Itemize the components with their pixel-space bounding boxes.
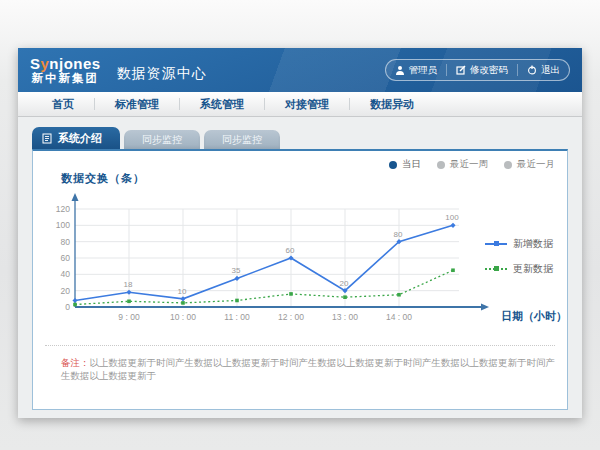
footnote: 备注：以上数据更新于时间产生数据以上数据更新于时间产生数据以上数据更新于时间产生… bbox=[61, 356, 561, 383]
chart-panel: 当日 最近一周 最近一月 数据交换（条） 0204060801001209 : … bbox=[32, 149, 568, 410]
svg-text:11 : 00: 11 : 00 bbox=[224, 312, 250, 322]
svg-text:60: 60 bbox=[286, 246, 295, 255]
user-menu-label: 退出 bbox=[541, 64, 560, 77]
svg-text:100: 100 bbox=[445, 213, 459, 222]
svg-text:20: 20 bbox=[61, 286, 71, 296]
nav-item-home[interactable]: 首页 bbox=[32, 97, 94, 112]
logo-brand-text: Synjones bbox=[30, 56, 101, 72]
user-icon bbox=[395, 65, 405, 75]
page-title: 数据资源中心 bbox=[117, 65, 207, 83]
user-menu-label: 修改密码 bbox=[470, 64, 508, 77]
nav-item-integration[interactable]: 对接管理 bbox=[265, 97, 349, 112]
svg-text:40: 40 bbox=[61, 269, 71, 279]
chart-legend: 新增数据 更新数据 bbox=[485, 237, 553, 276]
legend-item-updated-data[interactable]: 更新数据 bbox=[485, 262, 553, 276]
tab-label: 同步监控 bbox=[142, 133, 182, 147]
footnote-prefix: 备注： bbox=[61, 357, 90, 368]
desktop-background: Synjones 新中新集团 数据资源中心 管理员 修改密码 bbox=[0, 0, 600, 450]
svg-text:14 : 00: 14 : 00 bbox=[386, 312, 412, 322]
legend-line-dotted-icon bbox=[485, 265, 507, 273]
filter-label: 最近一周 bbox=[450, 158, 488, 171]
dotted-divider bbox=[45, 345, 555, 346]
svg-text:120: 120 bbox=[56, 204, 70, 214]
legend-label: 更新数据 bbox=[513, 262, 553, 276]
svg-text:80: 80 bbox=[61, 237, 71, 247]
current-user-button[interactable]: 管理员 bbox=[386, 64, 447, 76]
filter-label: 当日 bbox=[402, 158, 421, 171]
svg-text:0: 0 bbox=[65, 302, 70, 312]
tab-system-intro[interactable]: 系统介绍 bbox=[32, 127, 120, 149]
filter-last-month[interactable]: 最近一月 bbox=[504, 158, 555, 171]
x-axis-title: 日期（小时） bbox=[501, 309, 567, 324]
y-axis-title: 数据交换（条） bbox=[61, 171, 145, 186]
nav-item-data-change[interactable]: 数据异动 bbox=[350, 97, 434, 112]
tab-label: 系统介绍 bbox=[58, 131, 102, 146]
logout-icon bbox=[527, 65, 537, 75]
user-menu: 管理员 修改密码 退出 bbox=[385, 59, 571, 81]
legend-item-new-data[interactable]: 新增数据 bbox=[485, 237, 553, 251]
svg-text:35: 35 bbox=[232, 266, 241, 275]
edit-icon bbox=[456, 65, 466, 75]
svg-text:100: 100 bbox=[56, 220, 70, 230]
svg-text:12 : 00: 12 : 00 bbox=[278, 312, 304, 322]
change-password-button[interactable]: 修改密码 bbox=[446, 64, 517, 76]
logo-company-name: 新中新集团 bbox=[30, 72, 101, 84]
footnote-text: 以上数据更新于时间产生数据以上数据更新于时间产生数据以上数据更新于时间产生数据以… bbox=[61, 357, 555, 381]
tab-label: 同步监控 bbox=[222, 133, 262, 147]
svg-text:80: 80 bbox=[394, 230, 403, 239]
user-menu-label: 管理员 bbox=[409, 64, 438, 77]
chart-grid: 0204060801001209 : 0010 : 0011 : 0012 : … bbox=[56, 204, 459, 322]
svg-text:20: 20 bbox=[340, 279, 349, 288]
logout-button[interactable]: 退出 bbox=[517, 64, 569, 76]
svg-text:10 : 00: 10 : 00 bbox=[170, 312, 196, 322]
svg-text:10: 10 bbox=[178, 287, 187, 296]
nav-item-system[interactable]: 系统管理 bbox=[180, 97, 264, 112]
tab-bar: 系统介绍 同步监控 同步监控 bbox=[32, 127, 568, 149]
filter-last-week[interactable]: 最近一周 bbox=[437, 158, 488, 171]
radio-selected-icon bbox=[389, 161, 397, 169]
content-area: 系统介绍 同步监控 同步监控 当日 最近一周 bbox=[18, 117, 582, 410]
svg-text:9 : 00: 9 : 00 bbox=[118, 312, 140, 322]
tab-sync-monitor-1[interactable]: 同步监控 bbox=[124, 130, 200, 149]
svg-text:18: 18 bbox=[124, 280, 133, 289]
company-logo[interactable]: Synjones 新中新集团 bbox=[30, 56, 101, 84]
filter-label: 最近一月 bbox=[517, 158, 555, 171]
time-range-filter: 当日 最近一周 最近一月 bbox=[389, 158, 555, 171]
main-navigation: 首页 标准管理 系统管理 对接管理 数据异动 bbox=[18, 92, 582, 117]
app-header: Synjones 新中新集团 数据资源中心 管理员 修改密码 bbox=[18, 48, 582, 92]
legend-line-solid-icon bbox=[485, 240, 507, 248]
svg-text:13 : 00: 13 : 00 bbox=[332, 312, 358, 322]
radio-unselected-icon bbox=[437, 161, 445, 169]
tab-sync-monitor-2[interactable]: 同步监控 bbox=[204, 130, 280, 149]
svg-text:60: 60 bbox=[61, 253, 71, 263]
legend-label: 新增数据 bbox=[513, 237, 553, 251]
app-window: Synjones 新中新集团 数据资源中心 管理员 修改密码 bbox=[18, 48, 582, 418]
nav-item-standards[interactable]: 标准管理 bbox=[95, 97, 179, 112]
radio-unselected-icon bbox=[504, 161, 512, 169]
document-icon bbox=[42, 133, 52, 144]
line-chart: 0204060801001209 : 0010 : 0011 : 0012 : … bbox=[45, 189, 495, 331]
filter-today[interactable]: 当日 bbox=[389, 158, 421, 171]
